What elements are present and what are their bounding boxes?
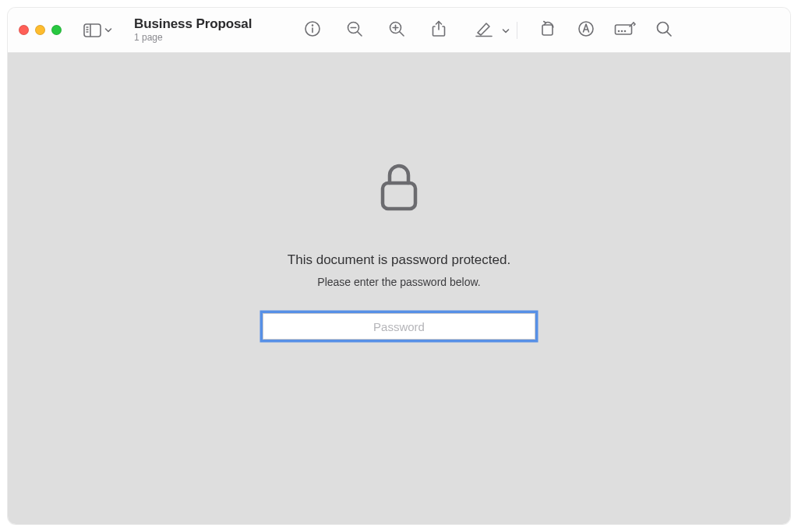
lock-icon — [379, 162, 419, 215]
toolbar: Business Proposal 1 page — [8, 8, 790, 53]
highlight-menu-button[interactable] — [500, 19, 512, 41]
sidebar-icon — [83, 23, 101, 37]
share-button[interactable] — [428, 19, 450, 41]
toolbar-group-markup — [473, 19, 522, 41]
svg-line-12 — [400, 32, 404, 36]
info-button[interactable] — [302, 19, 323, 41]
zoom-out-button[interactable] — [344, 19, 365, 41]
rotate-icon — [538, 20, 556, 41]
svg-point-21 — [619, 30, 620, 31]
svg-line-9 — [358, 32, 362, 36]
document-title-block: Business Proposal 1 page — [134, 17, 252, 44]
markup-icon — [577, 20, 595, 41]
zoom-out-icon — [346, 20, 363, 41]
app-window: Business Proposal 1 page — [8, 8, 790, 524]
sidebar-toggle-button[interactable] — [83, 23, 112, 37]
svg-point-22 — [622, 30, 623, 31]
markup-button[interactable] — [575, 19, 597, 41]
toolbar-group-view — [302, 19, 450, 41]
search-button[interactable] — [653, 19, 675, 41]
svg-line-25 — [667, 32, 671, 36]
zoom-in-icon — [388, 20, 405, 41]
svg-point-7 — [312, 25, 313, 26]
password-input[interactable] — [263, 313, 535, 340]
info-icon — [304, 20, 321, 41]
password-message-primary: This document is password protected. — [288, 252, 510, 268]
svg-rect-17 — [542, 25, 553, 35]
svg-rect-26 — [383, 183, 415, 209]
window-controls — [19, 25, 62, 35]
highlight-button[interactable] — [473, 19, 495, 41]
form-fill-button[interactable] — [614, 19, 636, 41]
share-icon — [431, 20, 447, 41]
toolbar-group-right — [536, 19, 675, 41]
highlight-icon — [475, 20, 493, 41]
password-message-secondary: Please enter the password below. — [317, 276, 480, 288]
svg-point-23 — [625, 30, 626, 31]
window-close-button[interactable] — [19, 25, 29, 35]
document-title: Business Proposal — [134, 17, 252, 32]
form-fill-icon — [614, 21, 636, 40]
svg-rect-0 — [84, 24, 101, 37]
window-zoom-button[interactable] — [51, 25, 62, 35]
search-icon — [655, 20, 673, 41]
chevron-down-icon — [502, 23, 510, 37]
window-minimize-button[interactable] — [35, 25, 45, 35]
document-subtitle: 1 page — [134, 33, 252, 43]
chevron-down-icon — [104, 27, 112, 33]
toolbar-separator — [517, 22, 517, 39]
document-viewport: This document is password protected. Ple… — [8, 53, 790, 524]
rotate-button[interactable] — [536, 19, 558, 41]
zoom-in-button[interactable] — [386, 19, 408, 41]
password-prompt: This document is password protected. Ple… — [263, 162, 535, 340]
